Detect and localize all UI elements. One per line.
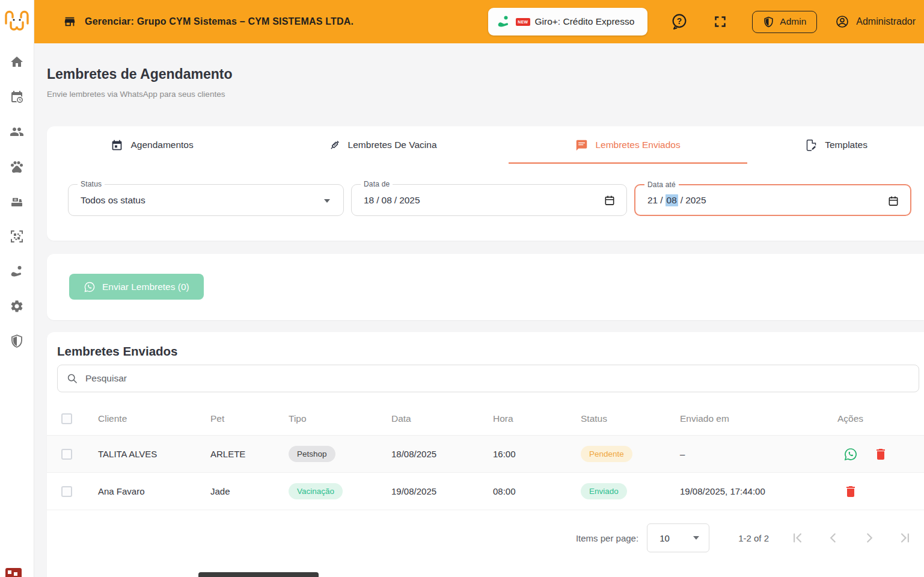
calendar-clock-icon	[10, 90, 24, 104]
chevron-left-icon	[825, 530, 841, 546]
sidebar-item-settings[interactable]	[10, 299, 24, 313]
col-cliente: Cliente	[98, 413, 210, 424]
delete-button[interactable]	[843, 484, 858, 499]
tab-agendamentos[interactable]: Agendamentos	[47, 126, 257, 164]
date-from-input[interactable]: Data de 18/08/2025	[351, 184, 627, 216]
cell-enviado-em: –	[680, 449, 837, 459]
tab-label: Agendamentos	[130, 140, 193, 150]
search-icon	[66, 372, 78, 384]
calendar-icon	[111, 139, 123, 152]
list-card: Lembretes Enviados Cliente Pet Tipo Data…	[47, 332, 924, 577]
shield-icon	[10, 334, 24, 348]
cell-status: Pendente	[581, 446, 680, 462]
sidebar-item-security[interactable]	[10, 334, 24, 348]
tab-label: Lembretes De Vacina	[348, 140, 437, 150]
cell-hora: 08:00	[493, 486, 581, 496]
sidebar-partial-icon	[5, 568, 22, 577]
calendar-picker-icon[interactable]	[887, 195, 899, 207]
user-menu[interactable]: Administrador	[835, 14, 916, 29]
items-per-page-value: 10	[659, 533, 670, 543]
tipo-badge: Petshop	[289, 446, 335, 462]
date-to-input[interactable]: Data até 21/08/2025	[634, 184, 911, 216]
home-icon	[10, 55, 24, 69]
date-to-value: 21/08/2025	[647, 185, 706, 215]
help-button[interactable]: ?	[670, 13, 688, 31]
sidebar-item-qrcode[interactable]	[10, 229, 24, 244]
date-from-value: 18/08/2025	[364, 185, 420, 215]
cell-hora: 16:00	[493, 449, 581, 459]
status-select[interactable]: Status Todos os status	[68, 184, 344, 216]
last-page-button[interactable]	[898, 530, 913, 546]
tab-bar: Agendamentos Lembretes De Vacina Lembret…	[47, 126, 924, 164]
tab-label: Lembretes Enviados	[595, 140, 680, 150]
status-badge: Enviado	[581, 483, 627, 499]
people-icon	[10, 125, 24, 139]
cell-cliente: TALITA ALVES	[98, 449, 210, 459]
chevron-right-icon	[861, 530, 877, 546]
first-page-button[interactable]	[789, 530, 805, 546]
table-row: TALITA ALVES ARLETE Petshop 18/08/2025 1…	[47, 436, 924, 473]
store-switcher[interactable]: Gerenciar: Grupo CYM Sistemas – CYM SIST…	[63, 15, 353, 28]
help-icon: ?	[670, 13, 688, 31]
chat-icon	[575, 139, 588, 152]
syringe-icon	[328, 139, 341, 152]
col-acoes: Ações	[837, 413, 924, 424]
store-title: Gerenciar: Grupo CYM Sistemas – CYM SIST…	[85, 16, 353, 27]
table-row: Ana Favaro Jade Vacinação 19/08/2025 08:…	[47, 473, 924, 510]
filters-row: Status Todos os status Data de 18/08/202…	[47, 164, 924, 216]
fullscreen-icon	[711, 13, 729, 31]
admin-button[interactable]: Admin	[752, 11, 817, 33]
tab-lembretes-vacina[interactable]: Lembretes De Vacina	[257, 126, 507, 164]
col-enviado-em: Enviado em	[680, 413, 837, 424]
giro-credito-button[interactable]: NEW Giro+: Crédito Expresso	[488, 8, 647, 35]
tab-lembretes-enviados[interactable]: Lembretes Enviados	[507, 126, 748, 164]
cell-data: 18/08/2025	[391, 449, 493, 459]
delete-button[interactable]	[874, 447, 888, 461]
send-card: Enviar Lembretes (0)	[47, 254, 924, 320]
cash-register-icon	[10, 194, 24, 209]
sidebar-item-pos[interactable]	[10, 194, 24, 209]
sidebar-item-giro[interactable]	[10, 264, 24, 279]
select-all-checkbox[interactable]	[61, 413, 72, 424]
whatsapp-icon	[843, 447, 858, 461]
main-content: Lembretes de Agendamento Envie lembretes…	[34, 43, 924, 577]
prev-page-button[interactable]	[825, 530, 841, 546]
sidebar-item-home[interactable]	[10, 55, 24, 69]
sidebar-item-pets[interactable]	[10, 159, 24, 174]
last-page-icon	[898, 530, 913, 546]
tabs-filters-card: Agendamentos Lembretes De Vacina Lembret…	[47, 126, 924, 241]
svg-text:?: ?	[677, 17, 682, 26]
whatsapp-send-button[interactable]	[843, 447, 858, 461]
cell-tipo: Vacinação	[289, 483, 391, 499]
calendar-picker-icon[interactable]	[604, 194, 616, 206]
fullscreen-button[interactable]	[711, 13, 729, 31]
trash-icon	[843, 484, 858, 499]
admin-shield-icon	[763, 16, 774, 28]
send-reminders-button[interactable]: Enviar Lembretes (0)	[69, 274, 204, 300]
cell-pet: ARLETE	[210, 449, 289, 459]
account-circle-icon	[835, 14, 849, 29]
search-field	[57, 365, 919, 392]
admin-label: Admin	[780, 16, 806, 27]
qr-code-icon	[10, 229, 24, 244]
row-checkbox[interactable]	[61, 449, 72, 460]
col-hora: Hora	[493, 413, 581, 424]
sidebar-item-clients[interactable]	[10, 125, 24, 139]
cell-cliente: Ana Favaro	[98, 486, 210, 496]
bottom-cutoff-bar	[198, 572, 319, 577]
search-input[interactable]	[85, 373, 910, 384]
cell-pet: Jade	[210, 486, 289, 496]
row-checkbox[interactable]	[61, 486, 72, 497]
sidebar-item-agenda[interactable]	[10, 90, 24, 104]
next-page-button[interactable]	[861, 530, 877, 546]
chevron-down-icon	[693, 536, 699, 540]
selected-month-segment: 08	[665, 194, 678, 206]
tab-templates[interactable]: Templates	[748, 126, 924, 164]
send-reminders-label: Enviar Lembretes (0)	[102, 282, 189, 292]
list-title: Lembretes Enviados	[47, 332, 924, 359]
dog-logo-icon[interactable]	[2, 7, 31, 35]
cell-acoes	[837, 484, 924, 499]
items-per-page-select[interactable]: 10	[647, 523, 709, 552]
first-page-icon	[789, 530, 805, 546]
whatsapp-icon	[84, 281, 96, 293]
